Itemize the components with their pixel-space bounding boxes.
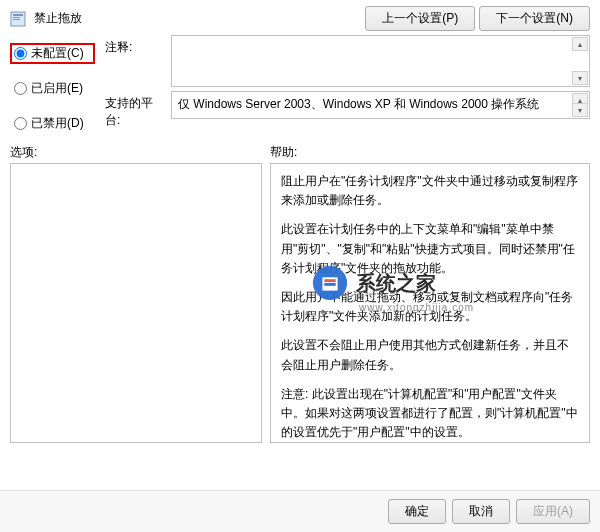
radio-enabled-label: 已启用(E) [31, 80, 83, 97]
comment-textarea[interactable]: ▴ ▾ [171, 35, 590, 87]
svg-rect-5 [324, 279, 335, 282]
help-paragraph: 因此用户不能通过拖动、移动或复制文档或程序向"任务计划程序"文件夹添加新的计划任… [281, 288, 579, 326]
options-section-label: 选项: [10, 144, 270, 161]
svg-rect-1 [13, 14, 23, 16]
platform-value: 仅 Windows Server 2003、Windows XP 和 Windo… [178, 97, 539, 111]
svg-rect-3 [13, 19, 20, 20]
help-paragraph: 此设置在计划任务中的上下文菜单和"编辑"菜单中禁用"剪切"、"复制"和"粘贴"快… [281, 220, 579, 278]
comment-label: 注释: [105, 35, 165, 56]
cancel-button[interactable]: 取消 [452, 499, 510, 524]
svg-rect-2 [13, 17, 20, 18]
page-title: 禁止拖放 [34, 10, 82, 27]
help-section-label: 帮助: [270, 144, 590, 161]
prev-setting-button[interactable]: 上一个设置(P) [365, 6, 475, 31]
help-paragraph: 注意: 此设置出现在"计算机配置"和"用户配置"文件夹中。如果对这两项设置都进行… [281, 385, 579, 443]
help-paragraph: 阻止用户在"任务计划程序"文件夹中通过移动或复制程序来添加或删除任务。 [281, 172, 579, 210]
radio-enabled[interactable]: 已启用(E) [10, 78, 95, 99]
scroll-up-icon[interactable]: ▴ [572, 37, 588, 51]
radio-enabled-input[interactable] [14, 82, 27, 95]
platform-label: 支持的平台: [105, 91, 165, 129]
options-panel [10, 163, 262, 443]
help-paragraph: 此设置不会阻止用户使用其他方式创建新任务，并且不会阻止用户删除任务。 [281, 336, 579, 374]
ok-button[interactable]: 确定 [388, 499, 446, 524]
help-panel: 阻止用户在"任务计划程序"文件夹中通过移动或复制程序来添加或删除任务。 此设置在… [270, 163, 590, 443]
scroll-down-icon[interactable]: ▾ [572, 71, 588, 85]
radio-disabled-label: 已禁用(D) [31, 115, 84, 132]
scroll-down-icon[interactable]: ▾ [572, 103, 588, 117]
radio-disabled-input[interactable] [14, 117, 27, 130]
policy-icon [10, 11, 26, 27]
radio-disabled[interactable]: 已禁用(D) [10, 113, 95, 134]
platform-textbox: 仅 Windows Server 2003、Windows XP 和 Windo… [171, 91, 590, 119]
next-setting-button[interactable]: 下一个设置(N) [479, 6, 590, 31]
radio-not-configured[interactable]: 未配置(C) [10, 43, 95, 64]
svg-rect-6 [324, 283, 335, 286]
radio-not-configured-label: 未配置(C) [31, 45, 84, 62]
radio-not-configured-input[interactable] [14, 47, 27, 60]
apply-button[interactable]: 应用(A) [516, 499, 590, 524]
